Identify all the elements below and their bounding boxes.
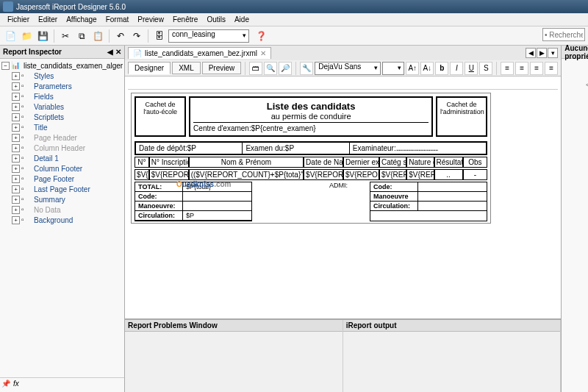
ruler — [128, 79, 558, 90]
zoom-in-icon[interactable]: 🔍 — [264, 62, 277, 75]
report-title-box[interactable]: Liste des candidats au permis de conduir… — [189, 96, 433, 137]
tree-node[interactable]: +▫Summary — [1, 194, 123, 204]
tree-node[interactable]: +▫No Data — [1, 204, 123, 215]
report-inspector-panel: Report Inspector ◀ ✕ −📊liste_candidats_e… — [0, 46, 125, 392]
font-combo[interactable]: DejaVu Sans — [315, 62, 381, 75]
file-tabs: 📄 liste_candidats_examen_bez.jrxml ✕ ◀ ▶… — [125, 46, 561, 60]
tree-root[interactable]: −📊liste_candidats_examen_alger — [1, 60, 123, 71]
preview-tab[interactable]: Preview — [202, 62, 242, 74]
inspector-tree[interactable]: −📊liste_candidats_examen_alger +▫Styles+… — [0, 59, 124, 377]
font-inc[interactable]: A↑ — [406, 62, 419, 75]
align-center-icon[interactable]: ≡ — [515, 62, 528, 75]
window-title: Jaspersoft iReport Designer 5.6.0 — [16, 3, 126, 11]
inspector-header: Report Inspector ◀ ✕ — [0, 46, 124, 59]
inspector-footer: 📌 fx — [0, 377, 124, 392]
tree-node[interactable]: +▫Scriptlets — [1, 112, 123, 122]
output-panel: Report Problems Window iReport output — [125, 318, 561, 392]
report-preview[interactable]: Cachet de l'auto-école Liste des candida… — [131, 93, 491, 224]
tab-next[interactable]: ▶ — [537, 48, 547, 58]
menu-edit[interactable]: Editer — [34, 15, 62, 24]
redo-button[interactable]: ↷ — [129, 29, 144, 43]
menu-preview[interactable]: Preview — [133, 15, 168, 24]
datasource-combo[interactable]: conn_leasing — [168, 29, 249, 43]
new-button[interactable]: 📄 — [3, 29, 18, 43]
menu-window[interactable]: Fenêtre — [168, 15, 202, 24]
tree-node[interactable]: +▫Page Header — [1, 132, 123, 143]
panel-controls[interactable]: ◀ ✕ — [107, 48, 121, 56]
app-icon — [3, 1, 13, 12]
info-row[interactable]: Date de dépôt:$P Examen du:$P Examinateu… — [135, 141, 487, 155]
tree-node[interactable]: +▫Fields — [1, 91, 123, 101]
italic-button[interactable]: I — [450, 62, 463, 75]
copy-button[interactable]: ⧉ — [74, 29, 89, 43]
file-icon: 📄 — [133, 49, 142, 57]
menu-tools[interactable]: Outils — [202, 15, 230, 24]
fontsize-combo[interactable] — [382, 62, 404, 75]
undo-button[interactable]: ↶ — [113, 29, 128, 43]
help-icon[interactable]: ❓ — [254, 29, 268, 43]
table-header[interactable]: N°N° Inscription AnnéeNom & PrénomDate d… — [135, 157, 487, 168]
cachet-right[interactable]: Cachet de l'administration — [436, 96, 487, 137]
db-icon[interactable]: 🗄 — [152, 29, 167, 43]
design-canvas[interactable]: Cachet de l'auto-école Liste des candida… — [125, 76, 561, 318]
tree-node[interactable]: +▫Parameters — [1, 81, 123, 91]
zoom-out-icon[interactable]: 🔎 — [279, 62, 292, 75]
align-justify-icon[interactable]: ≡ — [545, 62, 558, 75]
menu-help[interactable]: Aide — [230, 15, 254, 24]
editor-area: 📄 liste_candidats_examen_bez.jrxml ✕ ◀ ▶… — [125, 46, 561, 392]
tree-node[interactable]: +▫Detail 1 — [1, 153, 123, 163]
designer-toolbar: Designer XML Preview 🗃 🔍 🔎 🔧 DejaVu Sans… — [125, 60, 561, 76]
menu-view[interactable]: Affichage — [62, 15, 101, 24]
menu-bar: Fichier Editer Affichage Format Preview … — [0, 13, 588, 26]
title-bar: Jaspersoft iReport Designer 5.6.0 — [0, 0, 588, 13]
properties-header: Aucune propriété — [562, 46, 588, 59]
problems-header[interactable]: Report Problems Window — [125, 320, 343, 332]
tree-node[interactable]: +▫Variables — [1, 101, 123, 112]
menu-file[interactable]: Fichier — [3, 15, 34, 24]
close-tab-icon[interactable]: ✕ — [260, 49, 266, 57]
paste-button[interactable]: 📋 — [90, 29, 105, 43]
font-dec[interactable]: A↓ — [420, 62, 434, 75]
tree-node[interactable]: +▫Title — [1, 122, 123, 132]
tree-node[interactable]: +▫Last Page Footer — [1, 184, 123, 194]
search-input[interactable] — [542, 28, 585, 41]
tab-menu[interactable]: ▾ — [548, 48, 558, 58]
query-button[interactable]: 🗃 — [249, 62, 262, 75]
tab-nav: ◀ ▶ ▾ — [526, 48, 558, 58]
tree-node[interactable]: +▫Column Footer — [1, 163, 123, 174]
totals-section[interactable]: TOTAL:$P{total}Code:Manoeuvre:Circulatio… — [135, 182, 487, 221]
underline-button[interactable]: U — [465, 62, 478, 75]
pin-icon[interactable]: 📌 — [1, 379, 10, 391]
align-left-icon[interactable]: ≡ — [501, 62, 514, 75]
bold-button[interactable]: b — [435, 62, 448, 75]
tree-node[interactable]: +▫Column Header — [1, 143, 123, 153]
tab-prev[interactable]: ◀ — [526, 48, 536, 58]
strike-button[interactable]: S — [479, 62, 492, 75]
xml-tab[interactable]: XML — [172, 62, 201, 74]
properties-panel: Aucune propriété <Al — [561, 46, 588, 392]
tree-node[interactable]: +▫Page Footer — [1, 174, 123, 184]
save-button[interactable]: 💾 — [35, 29, 50, 43]
file-tab[interactable]: 📄 liste_candidats_examen_bez.jrxml ✕ — [128, 47, 271, 59]
output-header[interactable]: iReport output — [343, 320, 561, 332]
cut-button[interactable]: ✂ — [58, 29, 73, 43]
fx-icon[interactable]: fx — [13, 379, 19, 391]
align-right-icon[interactable]: ≡ — [530, 62, 543, 75]
menu-format[interactable]: Format — [101, 15, 134, 24]
designer-tab[interactable]: Designer — [128, 62, 171, 74]
tool-button[interactable]: 🔧 — [300, 62, 313, 75]
open-button[interactable]: 📁 — [19, 29, 34, 43]
cachet-left[interactable]: Cachet de l'auto-école — [135, 96, 186, 137]
properties-empty: <Al — [562, 59, 588, 111]
tree-node[interactable]: +▫Styles — [1, 71, 123, 81]
table-row[interactable]: $V{REPO$V{REPORT_C(($V{REPORT_COUNT}+$P{… — [135, 169, 487, 180]
main-toolbar: 📄 📁 💾 ✂ ⧉ 📋 ↶ ↷ 🗄 conn_leasing ❓ — [0, 26, 588, 46]
tree-node[interactable]: +▫Background — [1, 215, 123, 225]
